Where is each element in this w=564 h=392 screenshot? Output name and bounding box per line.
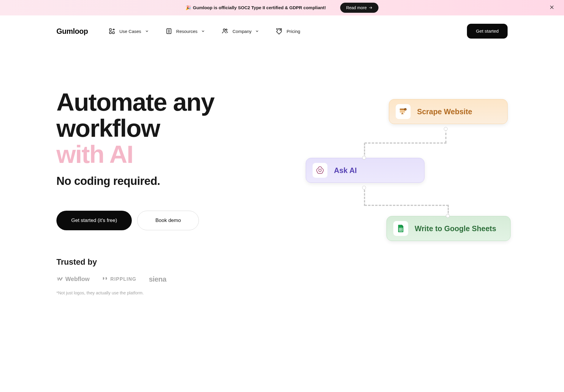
rippling-icon	[102, 276, 109, 283]
nav-company-label: Company	[232, 29, 251, 34]
svg-point-10	[223, 29, 225, 31]
svg-text:0: 0	[405, 109, 406, 110]
connector-node	[444, 127, 448, 131]
main-navigation: Gumloop Use Cases Resources Company	[0, 15, 564, 39]
nav-resources[interactable]: Resources	[166, 28, 205, 34]
cta-get-started-button[interactable]: Get started (it's free)	[56, 211, 132, 230]
connector-node	[362, 156, 366, 160]
connector-line	[365, 205, 449, 206]
chevron-down-icon	[255, 29, 259, 33]
webflow-label: Webflow	[65, 276, 90, 283]
hero-title-line1: Automate any	[56, 88, 214, 116]
pricing-icon	[276, 28, 282, 34]
party-emoji-icon: 🎉	[186, 5, 191, 10]
hero-illustration: 0 Scrape Website Ask AI Write to Google …	[264, 89, 508, 295]
nav-use-cases[interactable]: Use Cases	[109, 28, 149, 34]
brand-logo[interactable]: Gumloop	[56, 27, 88, 36]
svg-point-12	[280, 29, 281, 30]
workflow-canvas: 0 Scrape Website Ask AI Write to Google …	[306, 86, 514, 252]
nav-use-cases-label: Use Cases	[119, 29, 141, 34]
announcement-text: 🎉Gumloop is officially SOC2 Type II cert…	[186, 5, 326, 10]
read-more-label: Read more	[346, 5, 367, 10]
svg-rect-5	[113, 32, 114, 34]
hero-content: Automate any workflow with AI No coding …	[56, 89, 264, 295]
nav-company[interactable]: Company	[222, 28, 259, 34]
rippling-label: RIPPLING	[110, 277, 137, 282]
read-more-button[interactable]: Read more	[340, 3, 378, 13]
hero-title-line2: workflow	[56, 114, 160, 142]
workflow-card-sheets-label: Write to Google Sheets	[415, 224, 496, 233]
workflow-card-scrape[interactable]: 0 Scrape Website	[389, 99, 508, 124]
use-cases-icon	[109, 28, 115, 34]
arrow-right-icon	[368, 6, 373, 10]
workflow-card-scrape-label: Scrape Website	[417, 107, 472, 116]
resources-icon	[166, 28, 172, 34]
workflow-card-sheets[interactable]: Write to Google Sheets	[386, 216, 511, 241]
connector-node	[362, 186, 366, 190]
trusted-by-note: *Not just logos, they actually use the p…	[56, 291, 264, 295]
close-icon	[549, 5, 555, 10]
trusted-by-section: Trusted by Webflow RIPPLING siena *Not j…	[56, 258, 264, 295]
scrape-website-icon: 0	[396, 104, 411, 119]
announcement-content: 🎉Gumloop is officially SOC2 Type II cert…	[186, 3, 378, 13]
get-started-button[interactable]: Get started	[467, 24, 508, 39]
nav-resources-label: Resources	[176, 29, 198, 34]
siena-logo: siena	[149, 275, 166, 283]
announcement-message: Gumloop is officially SOC2 Type II certi…	[193, 5, 326, 10]
workflow-card-askai-label: Ask AI	[334, 166, 357, 175]
siena-label: siena	[149, 275, 166, 283]
svg-rect-3	[110, 29, 111, 31]
cta-book-demo-button[interactable]: Book demo	[137, 211, 199, 230]
hero-section: Automate any workflow with AI No coding …	[0, 39, 564, 295]
hero-subtitle: No coding required.	[56, 175, 264, 188]
announcement-banner: 🎉Gumloop is officially SOC2 Type II cert…	[0, 0, 564, 15]
chevron-down-icon	[145, 29, 149, 33]
connector-line	[365, 142, 446, 144]
openai-icon	[313, 163, 327, 178]
nav-pricing-label: Pricing	[286, 29, 300, 34]
hero-title: Automate any workflow with AI	[56, 89, 264, 168]
svg-point-19	[319, 169, 321, 172]
connector-line	[445, 129, 446, 143]
hero-cta-row: Get started (it's free) Book demo	[56, 211, 264, 230]
banner-close-button[interactable]	[548, 4, 556, 12]
webflow-logo: Webflow	[56, 276, 90, 283]
connector-node	[446, 214, 450, 218]
webflow-icon	[56, 276, 64, 283]
nav-menu: Use Cases Resources Company	[109, 28, 467, 34]
workflow-card-askai[interactable]: Ask AI	[306, 158, 424, 183]
svg-point-11	[226, 29, 227, 31]
hero-title-accent: with AI	[56, 141, 264, 167]
google-sheets-icon	[393, 221, 408, 236]
trusted-logos-row: Webflow RIPPLING siena	[56, 275, 264, 283]
rippling-logo: RIPPLING	[102, 276, 137, 283]
trusted-by-title: Trusted by	[56, 258, 264, 267]
nav-pricing[interactable]: Pricing	[276, 28, 300, 34]
company-icon	[222, 28, 228, 34]
svg-rect-4	[110, 32, 111, 34]
chevron-down-icon	[201, 29, 205, 33]
